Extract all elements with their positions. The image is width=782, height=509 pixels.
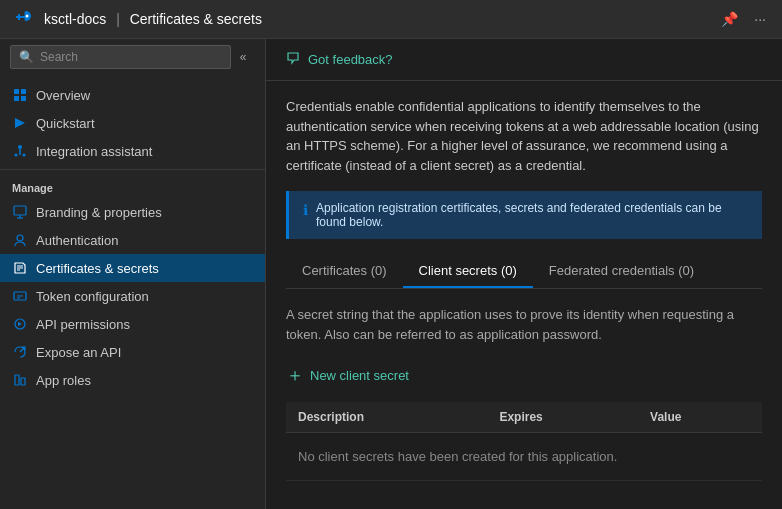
search-box[interactable]: 🔍 — [10, 45, 231, 69]
svg-rect-3 — [14, 96, 19, 101]
plus-icon: ＋ — [286, 366, 304, 384]
feedback-bar[interactable]: Got feedback? — [266, 39, 782, 81]
feedback-icon — [286, 51, 300, 68]
search-row: 🔍 « — [0, 39, 265, 75]
content-area: Got feedback? Credentials enable confide… — [266, 39, 782, 509]
sidebar-item-overview-label: Overview — [36, 88, 90, 103]
svg-point-6 — [18, 145, 22, 149]
tab-federated-credentials[interactable]: Federated credentials (0) — [533, 255, 710, 288]
sidebar-item-api-permissions-label: API permissions — [36, 317, 130, 332]
collapse-sidebar-button[interactable]: « — [231, 45, 255, 69]
sidebar-item-integration[interactable]: Integration assistant — [0, 137, 265, 165]
svg-marker-5 — [15, 118, 25, 128]
col-description: Description — [286, 402, 487, 433]
sidebar-item-authentication[interactable]: Authentication — [0, 226, 265, 254]
sidebar-item-integration-label: Integration assistant — [36, 144, 152, 159]
quickstart-icon — [12, 115, 28, 131]
search-input[interactable] — [40, 50, 222, 64]
sidebar-item-certificates[interactable]: Certificates & secrets — [0, 254, 265, 282]
empty-message: No client secrets have been created for … — [286, 433, 762, 481]
svg-point-10 — [17, 235, 23, 241]
page-title: ksctl-docs | Certificates & secrets — [44, 11, 707, 27]
svg-point-8 — [23, 154, 26, 157]
cert-icon — [12, 260, 28, 276]
sidebar-item-certificates-label: Certificates & secrets — [36, 261, 159, 276]
col-value: Value — [638, 402, 762, 433]
manage-section-label: Manage — [0, 174, 265, 198]
branding-icon — [12, 204, 28, 220]
info-banner: ℹ Application registration certificates,… — [286, 191, 762, 239]
svg-rect-1 — [14, 89, 19, 94]
info-icon: ℹ — [303, 202, 308, 218]
sidebar-item-api-permissions[interactable]: API permissions — [0, 310, 265, 338]
sidebar-item-token-config-label: Token configuration — [36, 289, 149, 304]
col-expires: Expires — [487, 402, 638, 433]
pin-icon[interactable]: 📌 — [717, 9, 742, 29]
auth-icon — [12, 232, 28, 248]
svg-rect-2 — [21, 89, 26, 94]
svg-rect-13 — [15, 375, 19, 385]
sidebar-item-quickstart[interactable]: Quickstart — [0, 109, 265, 137]
svg-point-7 — [15, 154, 18, 157]
sidebar: 🔍 « Overview — [0, 39, 266, 509]
description-text: Credentials enable confidential applicat… — [286, 97, 762, 175]
info-banner-text: Application registration certificates, s… — [316, 201, 748, 229]
main-layout: 🔍 « Overview — [0, 39, 782, 509]
tab-client-secrets[interactable]: Client secrets (0) — [403, 255, 533, 288]
svg-rect-4 — [21, 96, 26, 101]
api-icon — [12, 316, 28, 332]
table-header: Description Expires Value — [286, 402, 762, 433]
sidebar-divider-1 — [0, 169, 265, 170]
sidebar-item-quickstart-label: Quickstart — [36, 116, 95, 131]
sidebar-item-branding[interactable]: Branding & properties — [0, 198, 265, 226]
integration-icon — [12, 143, 28, 159]
approles-icon — [12, 372, 28, 388]
title-bar-actions: 📌 ··· — [717, 9, 770, 29]
sidebar-item-app-roles-label: App roles — [36, 373, 91, 388]
sidebar-item-expose-api[interactable]: Expose an API — [0, 338, 265, 366]
sidebar-item-overview[interactable]: Overview — [0, 81, 265, 109]
svg-rect-14 — [21, 378, 25, 385]
table-empty-row: No client secrets have been created for … — [286, 433, 762, 481]
tab-description: A secret string that the application use… — [286, 305, 762, 344]
tab-certificates[interactable]: Certificates (0) — [286, 255, 403, 288]
sidebar-item-branding-label: Branding & properties — [36, 205, 162, 220]
token-icon — [12, 288, 28, 304]
app-icon — [12, 8, 34, 30]
title-bar: ksctl-docs | Certificates & secrets 📌 ··… — [0, 0, 782, 39]
search-icon: 🔍 — [19, 50, 34, 64]
feedback-text: Got feedback? — [308, 52, 393, 67]
svg-point-0 — [26, 15, 29, 18]
secrets-table: Description Expires Value No client secr… — [286, 402, 762, 481]
table-body: No client secrets have been created for … — [286, 433, 762, 481]
sidebar-item-expose-api-label: Expose an API — [36, 345, 121, 360]
sidebar-item-token-config[interactable]: Token configuration — [0, 282, 265, 310]
overview-icon — [12, 87, 28, 103]
new-client-secret-button[interactable]: ＋ New client secret — [286, 360, 409, 390]
content-body: Credentials enable confidential applicat… — [266, 81, 782, 497]
tabs-container: Certificates (0) Client secrets (0) Fede… — [286, 255, 762, 289]
sidebar-item-authentication-label: Authentication — [36, 233, 118, 248]
sidebar-nav: Overview Quickstart — [0, 75, 265, 509]
sidebar-item-app-roles[interactable]: App roles — [0, 366, 265, 394]
svg-rect-9 — [14, 206, 26, 215]
expose-icon — [12, 344, 28, 360]
more-icon[interactable]: ··· — [750, 9, 770, 29]
